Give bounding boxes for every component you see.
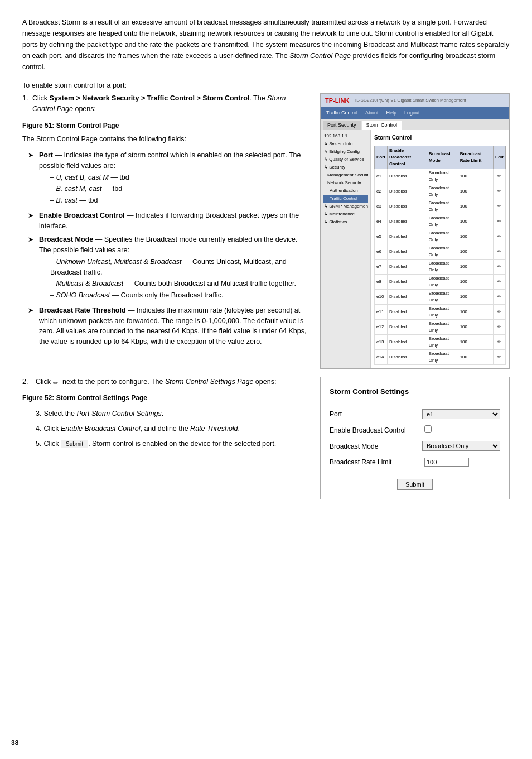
table-row: e1 Disabled Broadcast Only 100 ✏ (375, 169, 506, 184)
cell-enable: Disabled (388, 320, 427, 335)
sidebar-maintenance[interactable]: ↳ Maintenance (323, 210, 368, 218)
cell-edit[interactable]: ✏ (493, 350, 505, 365)
cell-rate: 100 (458, 214, 493, 229)
cell-port: e3 (375, 199, 388, 214)
bullet-port-text: Port — Indicates the type of storm contr… (39, 150, 309, 207)
cell-port: e5 (375, 229, 388, 244)
cell-rate: 100 (458, 229, 493, 244)
cell-mode: Broadcast Only (427, 169, 458, 184)
step5-text: Click Submit. Storm control is enabled o… (43, 439, 276, 449)
sidebar-security[interactable]: ↳ Security (323, 164, 368, 171)
cell-edit[interactable]: ✏ (493, 305, 505, 320)
th-rate: Broadcast Rate Limit (458, 146, 493, 169)
cell-edit[interactable]: ✏ (493, 275, 505, 290)
table-row: e2 Disabled Broadcast Only 100 ✏ (375, 184, 506, 199)
settings-panel-wrapper: Storm Control Settings Port e1 e2 e3 Ena… (320, 377, 510, 499)
pencil-icon: ✏ (53, 378, 61, 386)
nav-about[interactable]: About (362, 108, 382, 118)
cell-edit[interactable]: ✏ (493, 244, 505, 260)
bullet-list: ➤ Port — Indicates the type of storm con… (28, 150, 309, 347)
cell-rate: 100 (458, 275, 493, 290)
bullet-enable-broadcast: ➤ Enable Broadcast Control — Indicates i… (28, 210, 309, 232)
sidebar-bridging[interactable]: ↳ Bridging Config (323, 148, 368, 156)
cell-mode: Broadcast Only (427, 335, 458, 350)
tab-storm-control[interactable]: Storm Control (362, 121, 402, 131)
sidebar-authentication[interactable]: Authentication (323, 187, 368, 195)
settings-control-mode: Broadcast Only Multicast & Broadcast Unk… (422, 441, 500, 451)
cell-port: e4 (375, 214, 388, 229)
rate-limit-input[interactable] (424, 458, 469, 467)
submit-button-inline[interactable]: Submit (61, 440, 88, 448)
settings-label-mode: Broadcast Mode (330, 441, 417, 451)
port-sub2: – B, cast M, cast — tbd (50, 184, 309, 194)
th-enable: Enable Broadcast Control (388, 146, 427, 169)
th-mode: Broadcast Mode (427, 146, 458, 169)
nav-logout[interactable]: Logout (401, 108, 423, 118)
cell-mode: Broadcast Only (427, 229, 458, 244)
settings-submit-button[interactable]: Submit (397, 479, 433, 490)
cell-enable: Disabled (388, 199, 427, 214)
cell-rate: 100 (458, 199, 493, 214)
enable-broadcast-checkbox[interactable] (424, 425, 432, 433)
mode-sub3: – SOHO Broadcast — Counts only the Broad… (50, 290, 309, 301)
sidebar-network-security[interactable]: Network Security (323, 179, 368, 187)
figure52-label: Figure 52: Storm Control Settings Page (22, 393, 309, 403)
sidebar-statistics[interactable]: ↳ Statistics (323, 218, 368, 226)
bullet-port: ➤ Port — Indicates the type of storm con… (28, 150, 309, 207)
cell-port: e10 (375, 290, 388, 305)
cell-edit[interactable]: ✏ (493, 214, 505, 229)
arrow-icon-3: ➤ (28, 234, 36, 244)
table-row: e8 Disabled Broadcast Only 100 ✏ (375, 275, 506, 290)
table-row: e14 Disabled Broadcast Only 100 ✏ (375, 350, 506, 365)
step2-number: 2. (22, 377, 36, 387)
port-sub3: – B, cast — tbd (50, 195, 309, 206)
port-sub1: – U, cast B, cast M — tbd (50, 172, 309, 183)
nav-traffic-control[interactable]: Traffic Control (323, 108, 361, 118)
cell-edit[interactable]: ✏ (493, 169, 505, 184)
th-edit: Edit (493, 146, 505, 169)
cell-port: e1 (375, 169, 388, 184)
cell-edit[interactable]: ✏ (493, 290, 505, 305)
cell-mode: Broadcast Only (427, 350, 458, 365)
sidebar-mgmt-security[interactable]: Management Security (323, 171, 368, 179)
cell-edit[interactable]: ✏ (493, 320, 505, 335)
nav-help[interactable]: Help (383, 108, 400, 118)
step1-row: 1. Click System > Network Security > Tra… (22, 93, 309, 114)
sidebar-snmp[interactable]: ↳ SNMP Management (323, 203, 368, 210)
sidebar-system-info[interactable]: ↳ System Info (323, 140, 368, 148)
tab-port-security[interactable]: Port Security (323, 121, 361, 131)
figure51-label: Figure 51: Storm Control Page (22, 121, 309, 131)
cell-edit[interactable]: ✏ (493, 260, 505, 275)
port-select[interactable]: e1 e2 e3 (422, 409, 500, 419)
sidebar-qos[interactable]: ↳ Quality of Service (323, 156, 368, 164)
sidebar-ip[interactable]: 192.168.1.1 (323, 132, 368, 140)
table-row: e3 Disabled Broadcast Only 100 ✏ (375, 199, 506, 214)
cell-enable: Disabled (388, 305, 427, 320)
broadcast-mode-select[interactable]: Broadcast Only Multicast & Broadcast Unk… (422, 441, 500, 451)
intro-paragraph: A Broadcast Storm is a result of an exce… (22, 17, 510, 73)
cell-mode: Broadcast Only (427, 244, 458, 260)
step2-row: 2. Click ✏ next to the port to configure… (22, 377, 309, 387)
bullet-broadcast-mode: ➤ Broadcast Mode — Specifies the Broadca… (28, 234, 309, 302)
enable-instruction: To enable storm control for a port: (22, 80, 510, 91)
cell-port: e14 (375, 350, 388, 365)
cell-enable: Disabled (388, 260, 427, 275)
enable-instruction-text: To enable storm control for a port: (22, 81, 127, 89)
settings-control-rate (424, 457, 500, 468)
cell-edit[interactable]: ✏ (493, 229, 505, 244)
bullet-rate-text: Broadcast Rate Threshold — Indicates the… (39, 305, 309, 347)
settings-control-port: e1 e2 e3 (422, 409, 500, 420)
cell-mode: Broadcast Only (427, 199, 458, 214)
sidebar-traffic-control[interactable]: Traffic Control (323, 195, 368, 203)
cell-enable: Disabled (388, 169, 427, 184)
mode-sub2: – Multicast & Broadcast — Counts both Br… (50, 278, 309, 289)
cell-edit[interactable]: ✏ (493, 335, 505, 350)
tplink-logo: TP-LINK (325, 96, 349, 105)
cell-enable: Disabled (388, 229, 427, 244)
router-subtitle: TL-SG2210P(UN) V1 Gigabit Smart Switch M… (354, 97, 466, 104)
cell-edit[interactable]: ✏ (493, 184, 505, 199)
cell-mode: Broadcast Only (427, 305, 458, 320)
cell-edit[interactable]: ✏ (493, 199, 505, 214)
cell-port: e7 (375, 260, 388, 275)
cell-mode: Broadcast Only (427, 214, 458, 229)
